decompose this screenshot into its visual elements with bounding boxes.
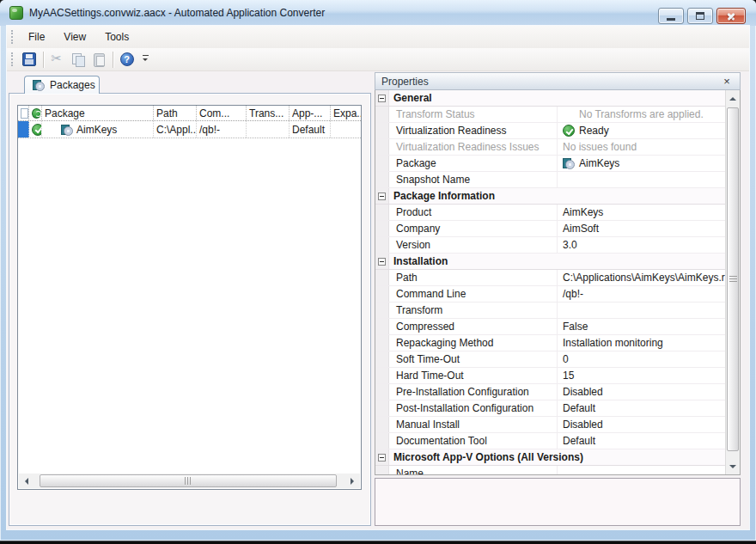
column-header-transform-column[interactable] <box>18 106 29 120</box>
vertical-scroll-thumb[interactable] <box>727 107 739 451</box>
property-value[interactable]: Disabled <box>558 384 725 400</box>
property-value[interactable]: Default <box>558 433 725 449</box>
collapse-box[interactable] <box>375 188 389 204</box>
property-row[interactable]: Virtualization ReadinessReady <box>375 123 725 139</box>
section-label: Installation <box>389 254 448 269</box>
property-name: Path <box>389 270 558 285</box>
property-value[interactable]: False <box>558 319 725 334</box>
property-value[interactable]: AimSoft <box>558 221 725 236</box>
property-row[interactable]: ProductAimKeys <box>375 205 725 221</box>
scroll-up-button[interactable] <box>726 91 740 105</box>
property-row[interactable]: Soft Time-Out0 <box>375 351 725 368</box>
row-gutter <box>375 335 389 351</box>
package-list: PackagePathCom...Trans...App-...Expa... … <box>17 105 362 490</box>
property-value[interactable]: Installation monitoring <box>558 335 725 351</box>
property-value[interactable]: 15 <box>558 368 725 383</box>
column-header-app[interactable]: App-... <box>290 106 331 120</box>
property-value[interactable]: No Transforms are applied. <box>558 107 725 122</box>
property-row[interactable]: Documentation ToolDefault <box>375 433 725 449</box>
menu-item-view[interactable]: View <box>54 28 95 46</box>
property-row[interactable]: Hard Time-Out15 <box>375 368 725 384</box>
property-section[interactable]: Installation <box>375 254 725 270</box>
title-bar[interactable]: MyAACSettings.convwiz.aacx - Automated A… <box>0 0 756 26</box>
column-header-package[interactable]: Package <box>42 106 154 120</box>
column-header-expa[interactable]: Expa... <box>331 106 362 120</box>
property-row[interactable]: Transform StatusNo Transforms are applie… <box>375 107 725 123</box>
property-value[interactable]: Default <box>558 400 725 416</box>
property-section[interactable]: General <box>375 90 725 107</box>
property-row[interactable]: Manual InstallDisabled <box>375 417 725 433</box>
help-button[interactable]: ? <box>117 50 137 70</box>
menu-item-tools[interactable]: Tools <box>95 28 138 46</box>
property-section[interactable]: Microsoft App-V Options (All Versions) <box>375 449 725 466</box>
property-row[interactable]: Command Line/qb!- <box>375 286 725 303</box>
property-value-text: No Transforms are applied. <box>579 108 704 120</box>
property-value[interactable]: Disabled <box>558 417 725 432</box>
properties-close-button[interactable]: × <box>720 75 734 88</box>
property-row[interactable]: Transform <box>375 303 725 319</box>
property-value[interactable]: Ready <box>558 123 725 138</box>
property-row[interactable]: PackageAimKeys <box>375 156 725 172</box>
row-expand-cell[interactable] <box>331 121 362 138</box>
menu-items: FileViewTools <box>19 28 138 46</box>
row-appv-cell[interactable]: Default <box>290 121 331 138</box>
property-value[interactable]: AimKeys <box>558 156 725 171</box>
column-header-status-column[interactable] <box>29 106 42 120</box>
property-row[interactable]: Name <box>375 466 725 474</box>
close-button[interactable] <box>716 8 746 24</box>
cut-button[interactable] <box>47 50 67 70</box>
column-header-trans[interactable]: Trans... <box>247 106 290 120</box>
save-button[interactable] <box>19 50 39 70</box>
property-row[interactable]: Repackaging MethodInstallation monitorin… <box>375 335 725 351</box>
property-row[interactable]: Version3.0 <box>375 237 725 254</box>
horizontal-scroll-thumb[interactable] <box>40 474 337 487</box>
row-selection-cell[interactable] <box>18 121 29 138</box>
copy-button[interactable] <box>68 50 88 70</box>
property-row[interactable]: Virtualization Readiness IssuesNo issues… <box>375 139 725 156</box>
collapse-box[interactable] <box>375 449 389 465</box>
row-path-cell[interactable]: C:\Appl... <box>154 121 197 138</box>
menu-item-file[interactable]: File <box>19 28 54 46</box>
property-value[interactable] <box>558 172 725 187</box>
property-value[interactable] <box>558 466 725 474</box>
property-value[interactable]: 0 <box>558 351 725 367</box>
package-row[interactable]: AimKeysC:\Appl.../qb!-Default <box>18 121 361 138</box>
minimize-button[interactable] <box>658 8 684 24</box>
property-value[interactable]: C:\Applications\AimKeys\AimKeys.r <box>558 270 725 285</box>
property-value[interactable] <box>558 303 725 318</box>
property-row[interactable]: Pre-Installation ConfigurationDisabled <box>375 384 725 400</box>
property-value[interactable]: /qb!- <box>558 286 725 302</box>
toolbar-overflow-button[interactable] <box>140 50 150 70</box>
property-row[interactable]: CompanyAimSoft <box>375 221 725 237</box>
row-status-cell[interactable] <box>29 121 42 138</box>
property-value[interactable]: 3.0 <box>558 237 725 253</box>
row-transform-cell[interactable] <box>247 121 290 138</box>
property-row[interactable]: Post-Installation ConfigurationDefault <box>375 400 725 417</box>
property-row[interactable]: CompressedFalse <box>375 319 725 335</box>
paste-button[interactable] <box>88 50 108 70</box>
property-name: Manual Install <box>389 417 558 432</box>
tab-packages[interactable]: Packages <box>24 76 100 94</box>
row-gutter <box>375 156 389 171</box>
column-header-com[interactable]: Com... <box>197 106 247 120</box>
scroll-left-button[interactable] <box>19 474 34 488</box>
vertical-scrollbar[interactable] <box>725 90 740 474</box>
collapse-box[interactable] <box>375 90 389 106</box>
property-row[interactable]: PathC:\Applications\AimKeys\AimKeys.r <box>375 270 725 286</box>
property-name: Pre-Installation Configuration <box>389 384 558 400</box>
row-gutter <box>375 400 389 416</box>
property-value[interactable]: No issues found <box>558 139 725 155</box>
row-command-cell[interactable]: /qb!- <box>197 121 247 138</box>
maximize-button[interactable] <box>687 8 713 24</box>
horizontal-scrollbar[interactable] <box>19 474 360 488</box>
property-section[interactable]: Package Information <box>375 188 725 205</box>
property-row[interactable]: Snapshot Name <box>375 172 725 188</box>
collapse-box[interactable] <box>375 254 389 269</box>
row-package-cell[interactable]: AimKeys <box>42 121 154 138</box>
scroll-right-button[interactable] <box>345 474 360 488</box>
save-icon <box>22 52 36 66</box>
scroll-down-button[interactable] <box>726 460 740 474</box>
cut-icon <box>51 52 64 66</box>
property-value[interactable]: AimKeys <box>558 205 725 220</box>
column-header-path[interactable]: Path <box>154 106 197 120</box>
